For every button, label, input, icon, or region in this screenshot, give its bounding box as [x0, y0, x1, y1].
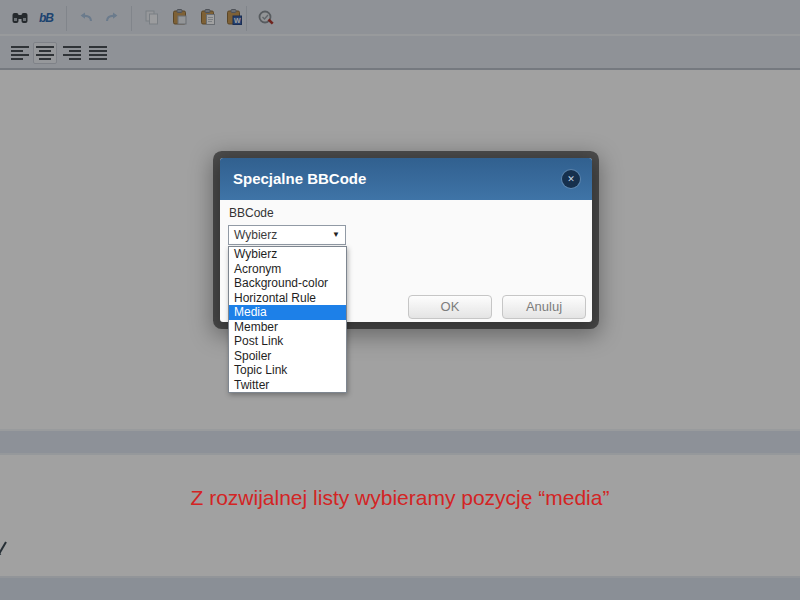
dropdown-option[interactable]: Acronym: [229, 262, 346, 277]
ok-button[interactable]: OK: [408, 295, 492, 319]
cancel-button[interactable]: Anuluj: [502, 295, 586, 319]
dropdown-option[interactable]: Twitter: [229, 378, 346, 393]
bbcode-field-label: BBCode: [229, 206, 274, 220]
dropdown-option[interactable]: Spoiler: [229, 349, 346, 364]
dropdown-option[interactable]: Wybierz: [229, 247, 346, 262]
dropdown-option[interactable]: Media: [229, 305, 346, 320]
chevron-down-icon: ▼: [332, 227, 340, 243]
dropdown-option[interactable]: Topic Link: [229, 363, 346, 378]
dropdown-option[interactable]: Member: [229, 320, 346, 335]
bbcode-dropdown-list: WybierzAcronymBackground-colorHorizontal…: [228, 246, 347, 393]
modal-header: Specjalne BBCode ✕: [220, 158, 592, 200]
bbcode-select-value: Wybierz: [234, 228, 277, 242]
dropdown-option[interactable]: Post Link: [229, 334, 346, 349]
bbcode-select[interactable]: Wybierz ▼: [228, 225, 346, 245]
close-icon[interactable]: ✕: [562, 170, 580, 188]
annotation-text: Z rozwijalnej listy wybieramy pozycję “m…: [0, 486, 800, 510]
editor-page: bB: [0, 0, 800, 600]
dropdown-option[interactable]: Horizontal Rule: [229, 291, 346, 306]
dropdown-option[interactable]: Background-color: [229, 276, 346, 291]
modal-title: Specjalne BBCode: [220, 158, 592, 200]
